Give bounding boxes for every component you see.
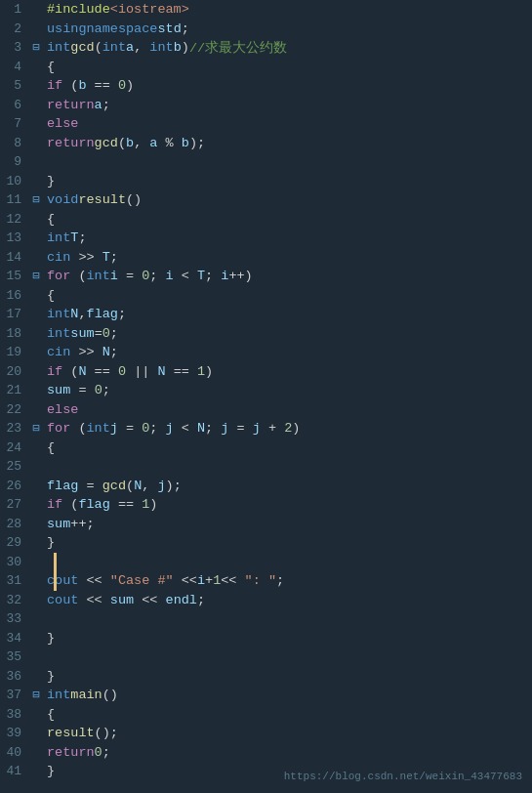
line-number: 15: [0, 267, 29, 286]
fold-indicator: [29, 495, 43, 515]
code-line: 25: [0, 457, 532, 477]
code-line: 35: [0, 647, 532, 667]
code-tokens: {: [43, 705, 532, 725]
code-tokens: if (b == 0): [43, 76, 532, 96]
code-line: 31 cout << "Case #" <<i+1<< ": ";: [0, 571, 532, 591]
code-tokens: int sum=0;: [43, 324, 532, 344]
code-line: 16 {: [0, 286, 532, 306]
code-tokens: [43, 553, 532, 572]
line-number: 34: [0, 629, 29, 648]
line-number: 32: [0, 591, 29, 610]
code-tokens: int main(): [43, 686, 532, 705]
fold-indicator[interactable]: ⊟: [29, 419, 43, 438]
code-line: 24 {: [0, 438, 532, 458]
fold-indicator: [29, 381, 43, 400]
code-tokens: return gcd(b, a % b);: [43, 134, 532, 153]
fold-indicator: [29, 571, 43, 591]
code-tokens: #include<iostream>: [43, 0, 532, 20]
fold-indicator: [29, 591, 43, 610]
fold-indicator: [29, 152, 43, 172]
code-line: 28 sum++;: [0, 515, 532, 534]
line-number: 25: [0, 457, 29, 477]
code-tokens: [43, 152, 532, 172]
fold-indicator: [29, 400, 43, 420]
line-number: 10: [0, 172, 29, 191]
code-line: 13 int T;: [0, 229, 532, 248]
line-number: 19: [0, 343, 29, 362]
line-number: 41: [0, 762, 29, 781]
fold-indicator: [29, 477, 43, 496]
code-line: 37⊟int main(): [0, 686, 532, 705]
line-number: 9: [0, 152, 29, 172]
code-line: 5 if (b == 0): [0, 76, 532, 96]
code-tokens: {: [43, 58, 532, 77]
code-tokens: else: [43, 114, 532, 134]
fold-indicator[interactable]: ⊟: [29, 267, 43, 286]
footer-url: https://blog.csdn.net/weixin_43477683: [284, 771, 522, 782]
line-number: 2: [0, 20, 29, 39]
code-line: 8 return gcd(b, a % b);: [0, 134, 532, 153]
fold-indicator: [29, 76, 43, 96]
code-tokens: void result(): [43, 190, 532, 210]
code-tokens: sum = 0;: [43, 381, 532, 400]
code-tokens: return a;: [43, 96, 532, 115]
fold-indicator: [29, 248, 43, 268]
code-line: 36}: [0, 667, 532, 687]
code-line: 15⊟ for (int i = 0; i < T; i++): [0, 267, 532, 286]
line-number: 8: [0, 134, 29, 153]
code-line: 32 cout << sum << endl;: [0, 591, 532, 610]
line-number: 36: [0, 667, 29, 687]
code-tokens: cout << sum << endl;: [43, 591, 532, 610]
line-number: 17: [0, 305, 29, 324]
line-number: 5: [0, 76, 29, 96]
line-number: 14: [0, 248, 29, 268]
code-tokens: {: [43, 438, 532, 458]
code-tokens: int T;: [43, 229, 532, 248]
code-line: 30: [0, 553, 532, 572]
code-line: 4{: [0, 58, 532, 77]
line-number: 27: [0, 495, 29, 515]
line-number: 22: [0, 400, 29, 420]
fold-indicator: [29, 457, 43, 477]
fold-indicator[interactable]: ⊟: [29, 38, 43, 58]
code-tokens: result();: [43, 724, 532, 743]
fold-indicator: [29, 629, 43, 648]
fold-indicator[interactable]: ⊟: [29, 190, 43, 210]
line-number: 35: [0, 647, 29, 667]
code-tokens: using namespace std;: [43, 20, 532, 39]
fold-indicator: [29, 134, 43, 153]
code-line: 2using namespace std;: [0, 20, 532, 39]
line-number: 40: [0, 743, 29, 763]
line-number: 7: [0, 114, 29, 134]
line-number: 6: [0, 96, 29, 115]
code-line: 19 cin >> N;: [0, 343, 532, 362]
fold-indicator: [29, 324, 43, 344]
fold-indicator: [29, 647, 43, 667]
code-tokens: else: [43, 400, 532, 420]
code-editor: 1#include<iostream>2using namespace std;…: [0, 0, 532, 793]
fold-indicator: [29, 515, 43, 534]
line-number: 24: [0, 438, 29, 458]
code-line: 12{: [0, 210, 532, 230]
fold-indicator: [29, 0, 43, 20]
code-tokens: cin >> T;: [43, 248, 532, 268]
line-number: 16: [0, 286, 29, 306]
line-number: 4: [0, 58, 29, 77]
code-line: 26 flag = gcd(N, j);: [0, 477, 532, 496]
code-tokens: }: [43, 172, 532, 191]
line-number: 18: [0, 324, 29, 344]
line-number: 26: [0, 477, 29, 496]
code-tokens: flag = gcd(N, j);: [43, 477, 532, 496]
code-tokens: }: [43, 533, 532, 553]
fold-indicator[interactable]: ⊟: [29, 686, 43, 705]
fold-indicator: [29, 58, 43, 77]
code-tokens: [43, 457, 532, 477]
code-tokens: for (int i = 0; i < T; i++): [43, 267, 532, 286]
line-number: 11: [0, 190, 29, 210]
code-tokens: cout << "Case #" <<i+1<< ": ";: [43, 571, 532, 591]
line-number: 3: [0, 38, 29, 58]
line-number: 12: [0, 210, 29, 230]
line-number: 38: [0, 705, 29, 725]
fold-indicator: [29, 305, 43, 324]
fold-indicator: [29, 724, 43, 743]
